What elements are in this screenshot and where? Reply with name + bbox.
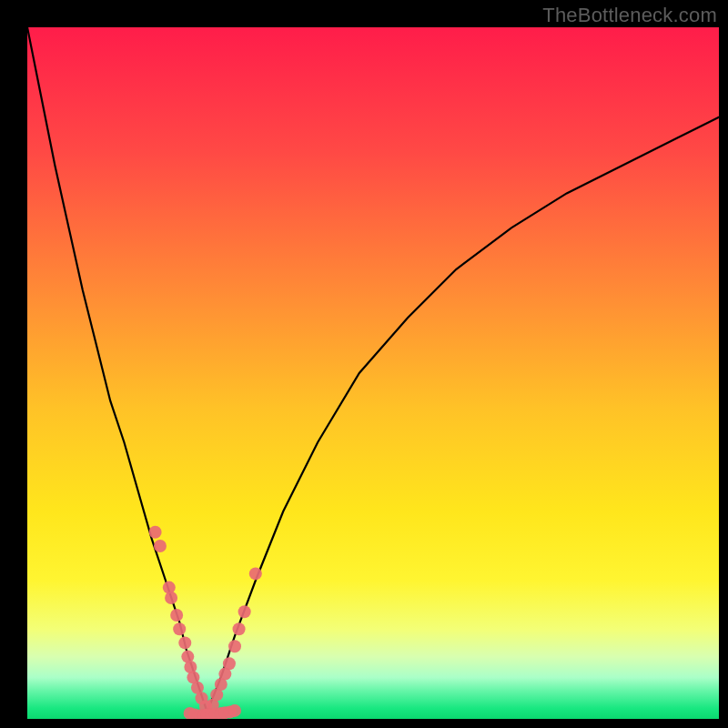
data-point xyxy=(170,609,183,622)
data-point xyxy=(149,526,162,539)
data-point xyxy=(173,622,186,635)
plot-area xyxy=(27,27,719,719)
data-point xyxy=(233,622,246,635)
data-point xyxy=(223,657,236,670)
data-point xyxy=(249,567,262,580)
curve-left xyxy=(27,27,207,712)
watermark-text: TheBottleneck.com xyxy=(542,4,717,27)
data-point xyxy=(228,704,241,717)
data-point xyxy=(165,592,177,604)
data-point xyxy=(178,636,191,649)
curve-right xyxy=(207,117,719,713)
data-point xyxy=(228,640,241,652)
data-point xyxy=(238,605,251,618)
data-point xyxy=(154,540,167,552)
chart-layer xyxy=(27,27,719,719)
scatter-points xyxy=(149,526,262,719)
frame: TheBottleneck.com xyxy=(0,0,728,728)
